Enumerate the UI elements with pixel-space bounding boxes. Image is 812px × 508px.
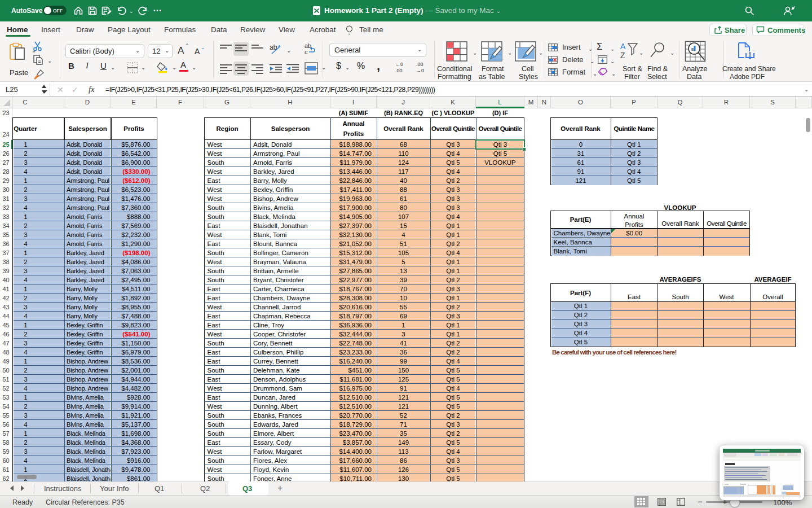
svg-text:.00: .00	[395, 68, 403, 73]
svg-text:→0: →0	[416, 68, 424, 73]
svg-text:Z: Z	[620, 51, 625, 59]
svg-text:←0: ←0	[395, 62, 403, 67]
svg-text:A: A	[620, 42, 626, 51]
svg-text:.00: .00	[416, 62, 423, 67]
svg-text:c: c	[304, 49, 308, 55]
